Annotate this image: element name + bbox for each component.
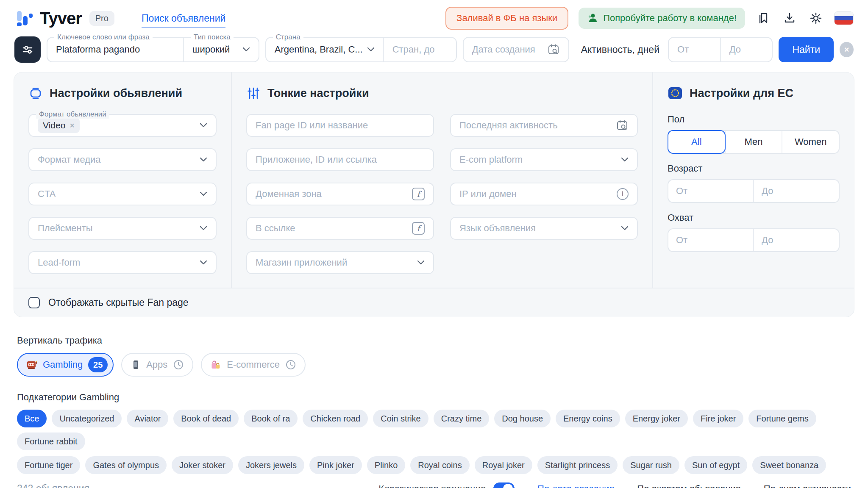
chip-close-icon[interactable]: × <box>70 121 75 130</box>
ecom-platform-select[interactable]: E-com platform <box>450 148 638 171</box>
keyword-group: Ключевое слово или фраза Тип поиска широ… <box>47 37 259 62</box>
hidden-fanpage-checkbox[interactable] <box>28 297 40 308</box>
age-to-input[interactable] <box>762 186 831 197</box>
subcategory-chip[interactable]: Uncategorized <box>52 410 122 427</box>
reach-to-input[interactable] <box>762 235 831 246</box>
last-activity-field[interactable]: Последняя активность <box>450 114 638 137</box>
promo-button[interactable]: Заливай в ФБ на языки <box>445 7 568 30</box>
age-from-input[interactable] <box>676 186 746 197</box>
bookmark-icon[interactable] <box>755 10 771 26</box>
gear-icon[interactable] <box>808 10 824 26</box>
subcategory-chip-all[interactable]: Все <box>17 410 47 427</box>
ad-format-select[interactable]: Формат обьявлений Video × <box>28 114 217 137</box>
gambling-count-badge: 25 <box>88 357 108 372</box>
countries-to-input[interactable] <box>392 44 448 55</box>
hidden-fanpage-row: Отображать скрытые Fan page <box>14 288 854 317</box>
age-to-field[interactable] <box>753 180 839 202</box>
subcategory-chip[interactable]: Royal joker <box>475 456 532 474</box>
subcategory-chip[interactable]: Fortune gems <box>748 410 816 427</box>
logo-icon <box>14 8 34 28</box>
last-activity-placeholder: Последняя активность <box>459 120 558 131</box>
gender-option-women[interactable]: Women <box>782 131 839 153</box>
calendar-search-icon[interactable] <box>547 43 560 56</box>
fan-page-field[interactable]: Fan page ID или название <box>246 114 434 137</box>
subcategory-chip[interactable]: Gates of olympus <box>85 456 167 474</box>
domain-zone-field[interactable]: Доменная зона f <box>246 183 434 205</box>
gender-option-all[interactable]: All <box>668 130 726 154</box>
country-select[interactable]: Страна Argentina, Brazil, C... <box>266 38 383 61</box>
pro-badge: Pro <box>89 11 114 26</box>
subcategory-chip[interactable]: Book of dead <box>173 410 239 427</box>
ad-format-chip[interactable]: Video × <box>38 118 80 133</box>
countries-to-field[interactable] <box>383 38 456 61</box>
creation-date-input[interactable] <box>472 44 543 55</box>
activity-to-field[interactable] <box>720 38 772 61</box>
filters-button[interactable] <box>14 36 41 63</box>
subcategory-chip[interactable]: Sweet bonanza <box>752 456 826 474</box>
subcategory-chip[interactable]: Fortune tiger <box>17 456 80 474</box>
subcategory-chip[interactable]: Sugar rush <box>623 456 679 474</box>
activity-to-input[interactable] <box>729 44 764 55</box>
sort-by-ad-reach[interactable]: По охватам обьявления <box>637 483 740 488</box>
subcategory-chip[interactable]: Fortune rabbit <box>17 433 85 450</box>
cta-select[interactable]: CTA <box>28 183 217 205</box>
subcategory-chip[interactable]: Fire joker <box>693 410 743 427</box>
vertical-tab-gambling[interactable]: Gambling 25 <box>17 353 114 377</box>
subcategory-chip[interactable]: Pink joker <box>309 456 362 474</box>
in-link-field[interactable]: В ссылке f <box>246 217 434 240</box>
reach-from-field[interactable] <box>668 229 753 251</box>
subcategory-chip[interactable]: Royal coins <box>410 456 469 474</box>
app-field[interactable]: Приложение, ID или ссылка <box>246 148 434 171</box>
team-button[interactable]: Попробуйте работу в команде! <box>579 8 745 29</box>
clear-search-button[interactable]: × <box>840 42 854 57</box>
activity-from-field[interactable] <box>669 38 720 61</box>
placements-select[interactable]: Плейсменты <box>28 217 217 240</box>
nav-search-ads[interactable]: Поиск объявлений <box>142 13 225 28</box>
download-icon[interactable] <box>782 10 798 26</box>
search-button[interactable]: Найти <box>779 37 834 62</box>
calendar-search-icon[interactable] <box>616 119 629 132</box>
subcategory-chip[interactable]: Chicken road <box>303 410 368 427</box>
subcategory-chip[interactable]: Joker stoker <box>172 456 233 474</box>
subcategory-chip[interactable]: Jokers jewels <box>238 456 304 474</box>
subcategory-chip[interactable]: Energy coins <box>556 410 620 427</box>
ip-or-domain-field[interactable]: IP или домен i <box>450 183 638 205</box>
media-format-select[interactable]: Формат медиа <box>28 148 217 171</box>
subcategory-chip[interactable]: Book of ra <box>244 410 298 427</box>
subcategory-chip[interactable]: Aviator <box>127 410 168 427</box>
subcategory-chip[interactable]: Coin strike <box>373 410 428 427</box>
in-link-placeholder: В ссылке <box>256 223 295 234</box>
sort-by-activity-days[interactable]: По дням активности <box>764 483 851 488</box>
shopping-bags-icon <box>210 359 221 370</box>
subcategory-chip[interactable]: Energy joker <box>625 410 688 427</box>
vertical-tab-ecommerce[interactable]: E-commerce <box>201 353 306 377</box>
sort-by-creation-date[interactable]: По дате создания <box>537 483 614 488</box>
vertical-tabs: Gambling 25 Apps <box>17 353 851 377</box>
subcategory-chip[interactable]: Plinko <box>367 456 405 474</box>
vertical-tab-apps[interactable]: Apps <box>121 353 193 377</box>
gender-option-men[interactable]: Men <box>725 131 782 153</box>
subcategory-chip[interactable]: Sun of egypt <box>684 456 747 474</box>
reach-to-field[interactable] <box>753 229 839 251</box>
reach-from-input[interactable] <box>676 235 746 246</box>
subcategory-chip[interactable]: Crazy time <box>434 410 490 427</box>
app-store-select[interactable]: Магазин приложений <box>246 251 434 274</box>
placements-placeholder: Плейсменты <box>38 223 93 234</box>
keyword-input[interactable] <box>56 44 175 55</box>
age-from-field[interactable] <box>668 180 753 202</box>
pagination-toggle[interactable] <box>493 482 515 488</box>
ad-language-select[interactable]: Язык объявления <box>450 217 638 240</box>
language-flag-ru[interactable] <box>834 11 854 25</box>
activity-from-input[interactable] <box>677 44 712 55</box>
creation-date-field[interactable] <box>464 38 568 61</box>
mobile-phone-icon <box>131 360 141 370</box>
subcategory-chip[interactable]: Dog house <box>494 410 551 427</box>
chevron-down-icon <box>621 225 629 232</box>
search-type-select[interactable]: Тип поиска широкий <box>183 38 259 61</box>
lead-form-select[interactable]: Lead-form <box>28 251 217 274</box>
logo[interactable]: Tyver Pro <box>14 8 114 28</box>
chevron-down-icon <box>200 225 207 232</box>
subcategory-chip[interactable]: Starlight princess <box>537 456 618 474</box>
keyword-field[interactable]: Ключевое слово или фраза <box>47 38 183 61</box>
search-type-label: Тип поиска <box>191 33 234 42</box>
